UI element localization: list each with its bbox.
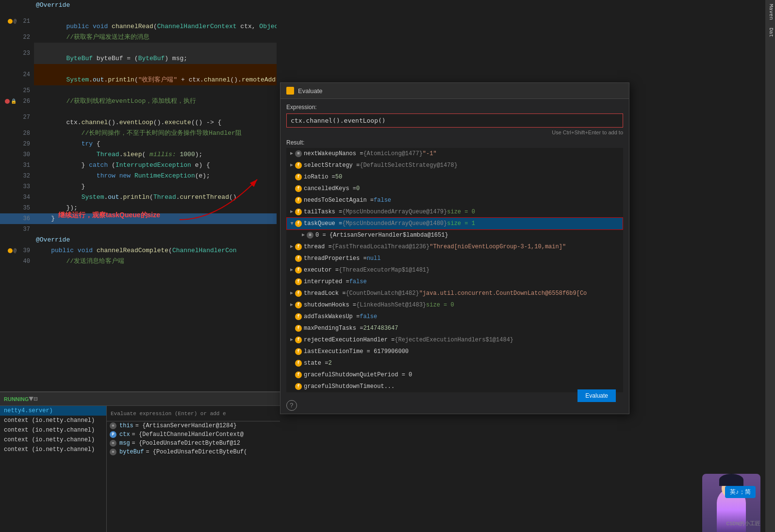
breakpoint-26[interactable] <box>5 99 10 104</box>
code-line-26: 🔒 26 //获取到线程池eventLoop，添加线程，执行 <box>0 96 277 107</box>
evaluate-button[interactable]: Evaluate <box>577 389 616 402</box>
dialog-body: Expression: Use Ctrl+Shift+Enter to add … <box>280 99 629 397</box>
tree-item-cancelledkeys[interactable]: f cancelledKeys = 0 <box>286 183 623 194</box>
evaluate-dialog: Evaluate Expression: Use Ctrl+Shift+Ente… <box>280 82 629 414</box>
dat-tab[interactable]: Dat <box>765 24 775 41</box>
dialog-icon <box>286 87 294 95</box>
expand-nextwakeup[interactable] <box>288 150 295 157</box>
tree-item-addtaskwakes[interactable]: f addTaskWakesUp = false <box>286 311 623 322</box>
code-line-37: 37 <box>0 224 277 235</box>
result-tree: ≡ nextWakeupNanos = {AtomicLong@1477} "-… <box>286 148 623 392</box>
tree-item-lambda[interactable]: ≡ 0 = {ArtisanServerHandler$lambda@1651} <box>286 229 623 241</box>
code-line-40: 40 //发送消息给客户端 <box>0 256 277 267</box>
result-label: Result: <box>286 139 623 146</box>
thread-list: netty4.server) context (io.netty.channel… <box>0 406 107 532</box>
line-gutter-39: @ 39 <box>0 245 34 256</box>
thread-item-0[interactable]: netty4.server) <box>0 406 106 416</box>
tree-item-nextwakeup[interactable]: ≡ nextWakeupNanos = {AtomicLong@1477} "-… <box>286 148 623 160</box>
thread-item-3[interactable]: context (io.netty.channel) <box>0 435 106 445</box>
tree-item-tailtasks[interactable]: f tailTasks = {MpscUnboundedArrayQueue@1… <box>286 206 623 218</box>
debug-indicator <box>8 19 13 24</box>
running-status: RUNNING <box>4 396 29 402</box>
code-line-30: 30 Thread.sleep( millis: 1000); <box>0 149 277 160</box>
tree-item-state[interactable]: f state = 2 <box>286 357 623 369</box>
var-bytebuf[interactable]: = byteBuf = {PooledUnsafeDirectByteBuf( <box>107 448 280 456</box>
code-line-29: 29 try { <box>0 139 277 149</box>
debug-toolbar: RUNNING ▼ ⊟ <box>0 392 280 406</box>
ide-container: @Override @ 21 public void channelRead(C… <box>0 0 775 532</box>
tree-item-lastexec[interactable]: f lastExecutionTime = 6179906000 <box>286 346 623 357</box>
lang-indicator[interactable]: 英♪；简 <box>725 486 756 498</box>
expand-lambda[interactable] <box>300 232 307 239</box>
expand-threadlock[interactable] <box>288 290 295 297</box>
debug-thread-vars: netty4.server) context (io.netty.channel… <box>0 406 280 532</box>
filter-button[interactable]: ▼ <box>29 395 33 403</box>
tree-item-threadprops[interactable]: f threadProperties = null <box>286 253 623 264</box>
line-gutter <box>0 0 34 11</box>
tree-item-executor[interactable]: f executor = {ThreadExecutorMap$1@1481} <box>286 264 623 276</box>
tree-item-taskqueue[interactable]: f taskQueue = {MpscUnboundedArrayQueue@1… <box>286 218 623 229</box>
expand-shutdownhooks[interactable] <box>288 302 295 308</box>
csdn-watermark: CSDN的小工匠 <box>726 520 760 527</box>
code-line-34: 34 System.out.println(Thread.currentThre… <box>0 192 277 203</box>
tree-item-maxpending[interactable]: f maxPendingTasks = 2147483647 <box>286 322 623 334</box>
filter-icon[interactable]: ⊟ <box>33 395 37 403</box>
vars-panel: Evaluate expression (Enter) or add e = t… <box>107 406 280 532</box>
chinese-annotation: 继续运行，观察taskQueue的size <box>58 211 160 220</box>
tree-item-ioratio[interactable]: f ioRatio = 50 <box>286 171 623 183</box>
expand-executor[interactable] <box>288 267 295 274</box>
tree-item-interrupted[interactable]: f interrupted = false <box>286 276 623 288</box>
tree-item-thread[interactable]: f thread = {FastThreadLocalThread@1236} … <box>286 241 623 253</box>
var-ctx[interactable]: P ctx = {DefaultChannelHandlerContext@ <box>107 430 280 439</box>
code-line-39: @ 39 public void channelReadComplete(Cha… <box>0 245 277 256</box>
expression-hint: Use Ctrl+Shift+Enter to add to <box>286 129 623 135</box>
eval-hint-bar: Evaluate expression (Enter) or add e <box>107 406 280 421</box>
line-gutter-22: 22 <box>0 32 34 43</box>
tree-item-needstoselect[interactable]: f needsToSelectAgain = false <box>286 194 623 206</box>
help-icon[interactable]: ? <box>286 400 297 411</box>
code-line-25: 25 <box>0 85 277 96</box>
expand-taskqueue[interactable] <box>288 220 295 227</box>
debug-panel: RUNNING ▼ ⊟ netty4.server) context (io.n… <box>0 391 280 532</box>
code-line-22: 22 //获取客户端发送过来的消息 <box>0 32 277 43</box>
code-line-28: 28 //长时间操作，不至于长时间的业务操作导致Handler阻 <box>0 128 277 139</box>
dialog-title: Evaluate <box>298 87 323 95</box>
thread-item-4[interactable]: context (io.netty.channel) <box>0 445 106 454</box>
code-line-21: @ 21 public void channelRead(ChannelHand… <box>0 11 277 32</box>
debug-indicator-39 <box>8 248 13 253</box>
thread-item-2[interactable]: context (io.netty.channel) <box>0 425 106 435</box>
code-line-31: 31 } catch (InterruptedException e) { <box>0 160 277 171</box>
code-line-33: 33 } <box>0 181 277 192</box>
expression-input[interactable] <box>286 113 623 128</box>
code-line-27: 27 ctx.channel().eventLoop().execute(() … <box>0 107 277 128</box>
tree-item-shutdownhooks[interactable]: f shutdownHooks = {LinkedHashSet@1483} s… <box>286 299 623 311</box>
tree-item-gracefulquiet[interactable]: f gracefulShutdownQuietPeriod = 0 <box>286 369 623 381</box>
tree-item-selectstrategy[interactable]: f selectStrategy = {DefaultSelectStrateg… <box>286 160 623 171</box>
expand-selectstrategy[interactable] <box>288 162 295 169</box>
line-gutter-23: 23 <box>0 43 34 64</box>
tree-item-gracefultimeout[interactable]: f gracefulShutdownTimeout... <box>286 381 623 392</box>
line-gutter-24: 24 <box>0 64 34 85</box>
maven-tab[interactable]: Maven <box>765 0 775 24</box>
var-this[interactable]: = this = {ArtisanServerHandler@1284} <box>107 421 280 430</box>
line-gutter-21: @ 21 <box>0 11 34 32</box>
expand-tailtasks[interactable] <box>288 209 295 215</box>
expand-rejectedhandler[interactable] <box>288 337 295 343</box>
right-sidebar: Maven Dat <box>765 0 775 532</box>
tree-item-threadlock[interactable]: f threadLock = {CountDownLatch@1482} "ja… <box>286 288 623 299</box>
code-line-annot2: @Override <box>0 235 277 245</box>
tree-item-rejectedhandler[interactable]: f rejectedExecutionHandler = {RejectedEx… <box>286 334 623 346</box>
code-line-annot1: @Override <box>0 0 277 11</box>
thread-item-1[interactable]: context (io.netty.channel) <box>0 416 106 425</box>
code-line-23: 23 ByteBuf byteBuf = (ByteBuf) msg; <box>0 43 277 64</box>
expression-label: Expression: <box>286 104 623 111</box>
code-line-24: 24 System.out.println("收到客户端" + ctx.chan… <box>0 64 277 85</box>
code-line-32: 32 throw new RuntimeException(e); <box>0 171 277 181</box>
dialog-titlebar: Evaluate <box>280 83 629 99</box>
line-gutter-26: 🔒 26 <box>0 96 34 107</box>
var-msg[interactable]: = msg = {PooledUnsafeDirectByteBuf@12 <box>107 439 280 448</box>
expand-thread[interactable] <box>288 243 295 250</box>
